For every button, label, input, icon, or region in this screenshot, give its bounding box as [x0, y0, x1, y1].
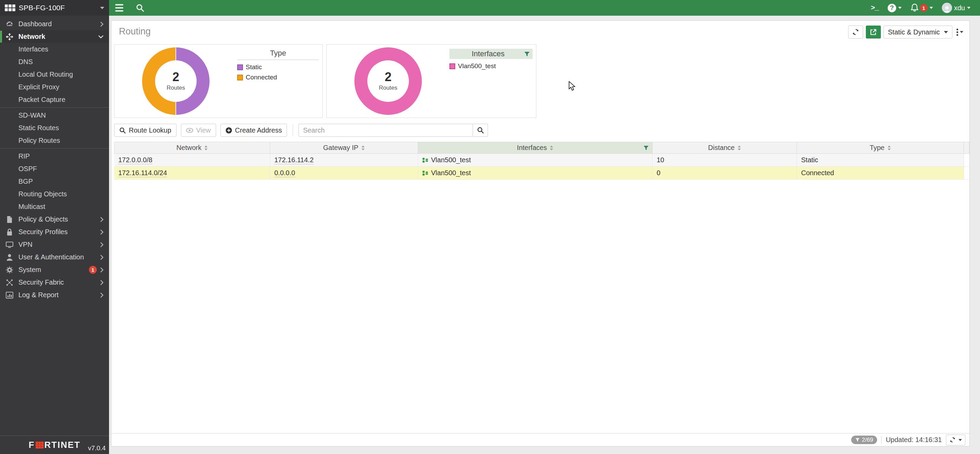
- sidebar-item-label: SD-WAN: [18, 112, 46, 119]
- search-submit-button[interactable]: [473, 124, 488, 137]
- sidebar-item-policy-objects[interactable]: Policy & Objects: [0, 213, 109, 226]
- sidebar-item-label: DNS: [18, 58, 33, 66]
- sort-icon: [361, 145, 365, 151]
- network-value[interactable]: 172.16.114.0/24: [118, 169, 167, 177]
- device-selector[interactable]: SPB-FG-100F: [0, 0, 109, 16]
- sidebar-item-security-profiles[interactable]: Security Profiles: [0, 226, 109, 238]
- sidebar-item-packet-capture[interactable]: Packet Capture: [0, 93, 109, 106]
- sidebar-item-label: RIP: [18, 152, 30, 160]
- vlan-interface-icon: [422, 170, 428, 176]
- brand-letter: F: [29, 440, 35, 450]
- sidebar-item-label: Routing Objects: [18, 190, 67, 198]
- column-header-interfaces[interactable]: Interfaces: [418, 142, 652, 154]
- interfaces-legend-header: Interfaces: [449, 49, 533, 59]
- sidebar-item-network[interactable]: Network: [0, 30, 109, 43]
- legend-item-static[interactable]: Static: [237, 64, 319, 71]
- type-value: Static: [801, 156, 818, 164]
- sidebar-item-local-out-routing[interactable]: Local Out Routing: [0, 68, 109, 81]
- more-options-button[interactable]: [955, 29, 965, 36]
- sidebar-item-bgp[interactable]: BGP: [0, 175, 109, 188]
- filter-icon[interactable]: [643, 145, 649, 151]
- user-icon: [5, 253, 14, 261]
- notifications-button[interactable]: 1: [908, 3, 936, 12]
- row-spacer: [964, 154, 969, 167]
- firmware-version: v7.0.4: [88, 444, 106, 452]
- column-header-distance[interactable]: Distance: [652, 142, 797, 154]
- sidebar-item-security-fabric[interactable]: Security Fabric: [0, 276, 109, 289]
- search-icon: [119, 127, 126, 134]
- donut-center-label: Routes: [167, 84, 185, 91]
- hamburger-menu-button[interactable]: [115, 4, 123, 11]
- refresh-icon: [949, 436, 956, 443]
- status-separator: [881, 436, 881, 444]
- charts-row: 2 Routes Type Static Connected: [114, 44, 969, 118]
- filter-icon[interactable]: [524, 51, 530, 57]
- vlan500-swatch-icon: [449, 64, 455, 69]
- filtered-count-pill: 2/69: [851, 436, 877, 444]
- sidebar-item-multicast[interactable]: Multicast: [0, 201, 109, 213]
- sidebar-item-policy-routes[interactable]: Policy Routes: [0, 134, 109, 147]
- route-lookup-button[interactable]: Route Lookup: [114, 124, 177, 137]
- sidebar-item-interfaces[interactable]: Interfaces: [0, 43, 109, 56]
- open-in-new-window-button[interactable]: [866, 25, 881, 38]
- sidebar-item-sd-wan[interactable]: SD-WAN: [0, 109, 109, 122]
- sidebar-item-explicit-proxy[interactable]: Explicit Proxy: [0, 81, 109, 93]
- sidebar-item-label: OSPF: [18, 165, 37, 173]
- topbar: >_ ? 1 xdu: [109, 0, 980, 16]
- sort-icon: [550, 145, 554, 151]
- create-address-button[interactable]: Create Address: [221, 124, 287, 137]
- fabric-icon: [5, 279, 14, 286]
- device-name: SPB-FG-100F: [19, 4, 65, 12]
- sidebar-item-label: User & Authentication: [18, 253, 84, 261]
- view-button[interactable]: View: [181, 124, 216, 137]
- sidebar-item-user-authentication[interactable]: User & Authentication: [0, 251, 109, 263]
- refresh-button[interactable]: [848, 25, 863, 38]
- sidebar-item-rip[interactable]: RIP: [0, 150, 109, 162]
- column-label: Gateway IP: [323, 144, 358, 152]
- search-input[interactable]: [299, 124, 473, 137]
- global-search-button[interactable]: [135, 3, 145, 12]
- table-row-selected[interactable]: 172.16.114.0/24 0.0.0.0 Vlan500_test 0 C…: [114, 167, 969, 180]
- monitor-icon: [5, 241, 14, 248]
- legend-item-connected[interactable]: Connected: [237, 73, 319, 81]
- sidebar: SPB-FG-100F Dashboard Network Interfaces…: [0, 0, 109, 454]
- sidebar-item-ospf[interactable]: OSPF: [0, 162, 109, 175]
- system-alert-badge: 1: [89, 266, 97, 274]
- sidebar-menu: Dashboard Network Interfaces DNS Local O…: [0, 16, 109, 301]
- legend-item-vlan500-test[interactable]: Vlan500_test: [449, 62, 533, 70]
- search-icon: [135, 3, 145, 12]
- sidebar-item-dns[interactable]: DNS: [0, 56, 109, 68]
- sidebar-item-vpn[interactable]: VPN: [0, 238, 109, 251]
- sidebar-item-system[interactable]: System 1: [0, 263, 109, 276]
- table-row[interactable]: 172.0.0.0/8 172.16.114.2 Vlan500_test 10…: [114, 154, 969, 167]
- sidebar-item-label: BGP: [18, 178, 33, 185]
- type-donut-chart[interactable]: 2 Routes: [115, 45, 237, 118]
- sidebar-item-static-routes[interactable]: Static Routes: [0, 122, 109, 134]
- caret-down-icon: [960, 31, 963, 33]
- network-value[interactable]: 172.0.0.0/8: [118, 156, 152, 164]
- column-header-gateway-ip[interactable]: Gateway IP: [270, 142, 418, 154]
- help-menu-button[interactable]: ?: [885, 4, 904, 12]
- caret-down-icon: [898, 7, 902, 9]
- gateway-value[interactable]: 172.16.114.2: [274, 156, 313, 164]
- row-spacer: [964, 167, 969, 180]
- cli-console-button[interactable]: >_: [868, 4, 881, 12]
- interfaces-donut-chart[interactable]: 2 Routes: [327, 45, 449, 118]
- auto-refresh-button[interactable]: [946, 435, 965, 446]
- sidebar-item-label: Explicit Proxy: [18, 83, 59, 91]
- vlan-interface-icon: [422, 158, 428, 163]
- filtered-count: 2/69: [862, 436, 873, 443]
- routing-table: Network Gateway IP Interfaces Distance T…: [114, 142, 969, 180]
- column-header-type[interactable]: Type: [797, 142, 964, 154]
- type-legend: Type Static Connected: [237, 45, 322, 118]
- chevron-right-icon: [100, 255, 103, 260]
- gateway-value[interactable]: 0.0.0.0: [274, 169, 295, 177]
- sidebar-item-dashboard[interactable]: Dashboard: [0, 18, 109, 30]
- sidebar-item-routing-objects[interactable]: Routing Objects: [0, 188, 109, 201]
- sidebar-item-log-report[interactable]: Log & Report: [0, 289, 109, 301]
- route-type-filter-dropdown[interactable]: Static & Dynamic: [884, 25, 952, 38]
- column-header-network[interactable]: Network: [114, 142, 270, 154]
- move-arrows-icon: [5, 33, 14, 41]
- user-menu-button[interactable]: xdu: [939, 3, 973, 13]
- interfaces-legend: Interfaces Vlan500_test: [449, 45, 536, 118]
